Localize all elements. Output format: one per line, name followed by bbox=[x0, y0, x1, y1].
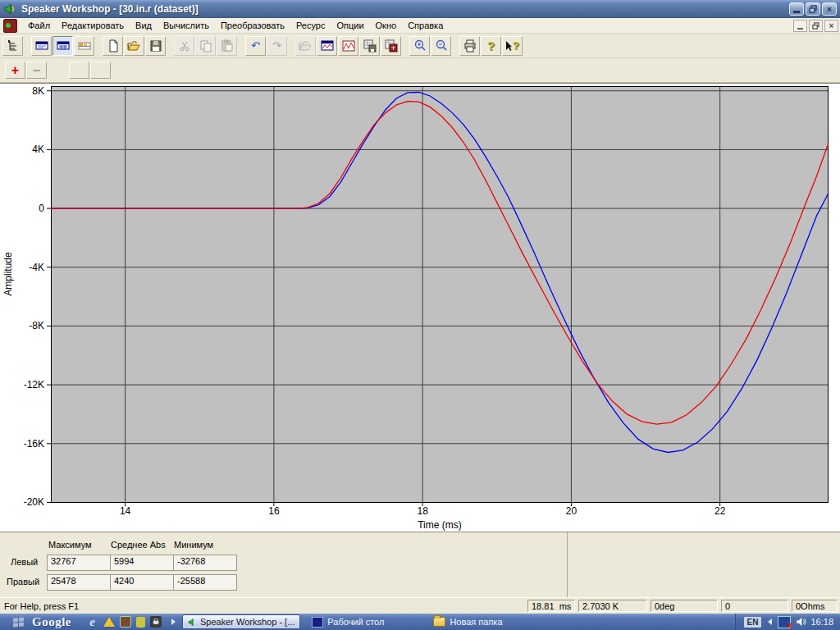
zoom-out-icon bbox=[435, 39, 448, 52]
menu-view[interactable]: Вид bbox=[130, 19, 158, 32]
open-folder-icon bbox=[127, 39, 141, 52]
left-max-value[interactable]: 32767 bbox=[47, 555, 111, 571]
copy-button bbox=[195, 36, 216, 56]
stats-panel: Максимум Среднее Abs Минимум Левый 32767… bbox=[0, 532, 840, 597]
window-title: Speaker Workshop - [30.in.r (dataset)] bbox=[21, 3, 788, 15]
save-floppy-icon bbox=[149, 39, 162, 52]
taskbar: Google e ☠ Speaker Workshop - [... Рабоч… bbox=[0, 614, 840, 630]
left-avg-value[interactable]: 5994 bbox=[110, 555, 174, 571]
chart-window-icon bbox=[321, 39, 334, 52]
paste-button bbox=[217, 36, 237, 56]
system-tray: EN 16:18 bbox=[735, 614, 840, 630]
context-help-arrow-icon bbox=[505, 40, 512, 52]
blank-button-1[interactable] bbox=[69, 62, 89, 79]
restore-icon bbox=[809, 5, 817, 13]
add-icon: + bbox=[11, 64, 19, 77]
language-indicator[interactable]: EN bbox=[744, 617, 762, 628]
zoom-in-button[interactable] bbox=[409, 36, 430, 56]
menu-resource[interactable]: Ресурс bbox=[290, 19, 331, 32]
copy-icon bbox=[199, 39, 212, 52]
print-button[interactable] bbox=[459, 36, 480, 56]
mdi-restore-icon bbox=[812, 22, 819, 30]
mdi-restore-button[interactable] bbox=[809, 20, 823, 32]
task-button-label: Speaker Workshop - [... bbox=[200, 617, 294, 627]
right-avg-value[interactable]: 4240 bbox=[110, 574, 174, 591]
network-error-icon[interactable] bbox=[778, 616, 791, 628]
app-shortcut-icon-1[interactable] bbox=[120, 616, 131, 628]
right-min-value[interactable]: -25588 bbox=[173, 574, 237, 591]
menu-options[interactable]: Опции bbox=[331, 19, 369, 32]
app-shortcut-icon-2[interactable] bbox=[136, 617, 145, 628]
menu-edit[interactable]: Редактировать bbox=[56, 19, 130, 32]
help-button[interactable]: ? bbox=[481, 36, 501, 56]
new-folder-toolbar[interactable]: Новая папка bbox=[433, 617, 502, 627]
status-help-text: For Help, press F1 bbox=[2, 601, 524, 611]
zoom-in-icon bbox=[413, 39, 427, 52]
close-button[interactable]: × bbox=[822, 2, 837, 16]
minimize-button[interactable] bbox=[789, 2, 804, 16]
skull-app-icon[interactable]: ☠ bbox=[150, 616, 162, 628]
menu-transform[interactable]: Преобразовать bbox=[215, 19, 290, 32]
speaker-app-icon bbox=[3, 2, 16, 16]
triangle-app-icon[interactable] bbox=[103, 617, 115, 627]
view-data-button[interactable] bbox=[52, 36, 73, 56]
stats-header-max: Максимум bbox=[48, 540, 92, 550]
internet-explorer-icon[interactable]: e bbox=[86, 616, 98, 628]
data-view-icon bbox=[57, 39, 70, 52]
volume-icon[interactable] bbox=[795, 616, 807, 628]
dataset-doc-icon[interactable] bbox=[3, 19, 17, 33]
restore-button[interactable] bbox=[806, 2, 820, 16]
x-axis-title: Time (ms) bbox=[51, 519, 829, 531]
y-tick-label: -8K bbox=[0, 320, 44, 331]
google-toolbar-label[interactable]: Google bbox=[32, 615, 71, 629]
mdi-minimize-button[interactable] bbox=[793, 20, 807, 32]
stats-row-right-label: Правый bbox=[7, 577, 39, 587]
tree-view-button[interactable] bbox=[2, 36, 23, 56]
view-notes-button[interactable] bbox=[31, 36, 52, 56]
menu-window[interactable]: Окно bbox=[370, 19, 403, 32]
new-file-icon bbox=[107, 39, 120, 52]
start-windows-logo-icon[interactable] bbox=[13, 617, 24, 627]
new-button[interactable] bbox=[103, 36, 123, 56]
menu-calculate[interactable]: Вычислить bbox=[158, 19, 215, 32]
window-view-icon bbox=[35, 39, 48, 52]
export-button[interactable] bbox=[381, 36, 401, 56]
context-help-button[interactable]: ? bbox=[502, 36, 523, 56]
menu-file[interactable]: Файл bbox=[22, 19, 56, 32]
save-chart-button[interactable] bbox=[359, 36, 380, 56]
waveform-plot[interactable] bbox=[51, 86, 829, 503]
open-button[interactable] bbox=[124, 36, 144, 56]
blank-button-2[interactable] bbox=[90, 62, 111, 79]
waveform-chart-view: 8K4K0-4K-8K-12K-16K-20K 1416182022 Ampli… bbox=[0, 83, 840, 532]
zoom-out-button[interactable] bbox=[431, 36, 451, 56]
folder-icon bbox=[433, 617, 445, 627]
tray-collapse-icon[interactable] bbox=[768, 619, 772, 625]
x-tick-label: 20 bbox=[555, 505, 587, 517]
save-button[interactable] bbox=[145, 36, 166, 56]
stats-header-avg: Среднее Abs bbox=[111, 540, 166, 550]
chart-window-button[interactable] bbox=[317, 36, 337, 56]
y-tick-label: -20K bbox=[0, 496, 44, 508]
add-button[interactable]: + bbox=[5, 62, 25, 79]
right-max-value[interactable]: 25478 bbox=[47, 574, 111, 591]
desktop-toolbar-label: Рабочий стол bbox=[327, 617, 384, 627]
cut-button bbox=[174, 36, 194, 56]
y-tick-label: 8K bbox=[0, 85, 44, 97]
left-min-value[interactable]: -32768 bbox=[173, 555, 237, 571]
undo-button[interactable]: ↶ bbox=[245, 36, 266, 56]
chart-line-button[interactable] bbox=[338, 36, 358, 56]
x-tick-label: 18 bbox=[406, 505, 439, 517]
quick-launch-expand-icon[interactable] bbox=[171, 619, 176, 625]
new-folder-label: Новая папка bbox=[450, 617, 502, 627]
view-properties-button[interactable] bbox=[74, 36, 94, 56]
y-tick-label: 4K bbox=[0, 144, 44, 155]
remove-button[interactable]: − bbox=[26, 62, 47, 79]
task-button-speaker-workshop[interactable]: Speaker Workshop - [... bbox=[182, 614, 300, 629]
menu-help[interactable]: Справка bbox=[402, 19, 449, 32]
desktop-toolbar[interactable]: Рабочий стол bbox=[312, 617, 384, 628]
minimize-icon bbox=[793, 11, 800, 13]
x-tick-label: 16 bbox=[258, 505, 290, 517]
mdi-close-button[interactable]: × bbox=[824, 20, 838, 32]
mdi-minimize-icon bbox=[797, 28, 803, 30]
panel-splitter[interactable] bbox=[567, 532, 568, 598]
